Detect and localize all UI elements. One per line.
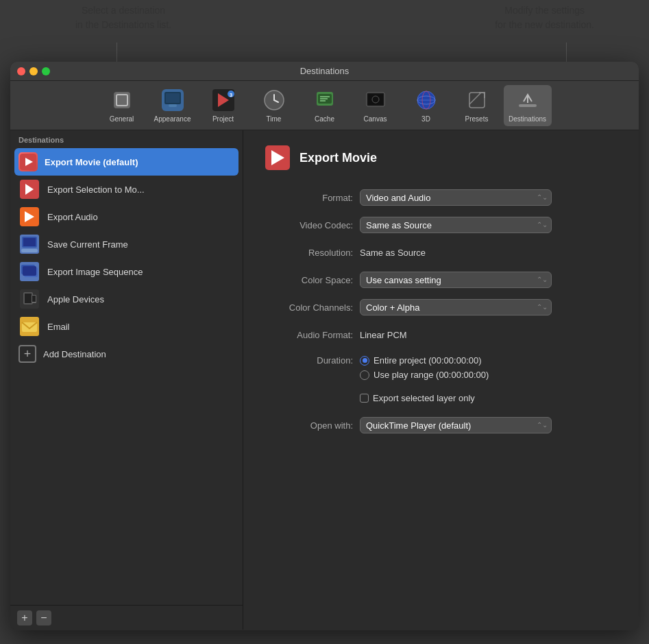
project-icon: 3 (211, 88, 236, 112)
toolbar: General Appearance 3 Project (10, 81, 639, 130)
video-codec-label: Video Codec: (264, 220, 360, 230)
sidebar-item-save-frame[interactable]: Save Current Frame (10, 230, 243, 258)
annotation-left-line1: Select a destination (82, 5, 165, 16)
form-row-video-codec: Video Codec: Same as Source (264, 215, 618, 235)
color-space-select[interactable]: Use canvas setting (360, 272, 552, 288)
export-audio-icon (19, 206, 40, 228)
annotation-line-right (566, 43, 567, 63)
color-channels-select[interactable]: Color + Alpha (360, 299, 552, 315)
toolbar-label-time: Time (267, 115, 282, 123)
annotation-line-left (117, 43, 117, 63)
sidebar-label-add-destination: Add Destination (43, 349, 106, 359)
svg-rect-37 (23, 238, 36, 246)
svg-rect-25 (469, 93, 485, 108)
resolution-label: Resolution: (264, 248, 360, 258)
svg-text:3: 3 (229, 92, 232, 98)
sidebar-label-email: Email (47, 322, 70, 332)
detail-icon (264, 144, 291, 171)
duration-option1-label: Entire project (00:00:00:00) (374, 355, 482, 366)
sidebar-header: Destinations (10, 130, 243, 148)
minimize-button[interactable] (29, 67, 38, 75)
sidebar-label-export-movie: Export Movie (default) (45, 157, 138, 167)
svg-rect-42 (23, 266, 36, 276)
remove-button[interactable]: − (36, 610, 51, 625)
toolbar-item-destinations[interactable]: Destinations (504, 85, 552, 126)
export-sequence-icon (19, 261, 40, 283)
toolbar-label-general: General (110, 115, 134, 123)
close-button[interactable] (17, 67, 25, 75)
sidebar-label-save-frame: Save Current Frame (47, 239, 128, 250)
add-button[interactable]: + (17, 610, 32, 625)
add-destination-icon: + (19, 345, 36, 363)
sidebar-item-export-movie[interactable]: Export Movie (default) (14, 148, 238, 176)
general-icon (110, 88, 134, 112)
color-space-select-wrapper: Use canvas setting (360, 272, 552, 288)
form-row-open-with: Open with: QuickTime Player (default) (264, 416, 618, 435)
sidebar-label-export-audio: Export Audio (47, 212, 98, 222)
window: Destinations General Appearance 3 (10, 62, 639, 630)
form-row-export-layer: Export selected layer only (264, 388, 618, 407)
annotation-left-line2: in the Destinations list. (75, 19, 171, 30)
sidebar-item-email[interactable]: Email (10, 313, 243, 340)
color-space-label: Color Space: (264, 275, 360, 285)
form-row-duration: Duration: Entire project (00:00:00:00) U… (264, 353, 618, 380)
sidebar-item-export-sequence[interactable]: Export Image Sequence (10, 258, 243, 285)
color-channels-select-wrapper: Color + Alpha (360, 299, 552, 315)
presets-icon (465, 88, 489, 112)
svg-rect-4 (166, 93, 180, 103)
export-layer-checkbox[interactable] (360, 394, 369, 403)
toolbar-label-project: Project (212, 115, 234, 123)
export-layer-checkbox-row[interactable]: Export selected layer only (360, 393, 475, 403)
duration-option1-radio[interactable] (360, 356, 369, 366)
window-title: Destinations (300, 66, 350, 76)
video-codec-select[interactable]: Same as Source (360, 217, 552, 233)
apple-devices-icon (19, 288, 40, 310)
audio-format-label: Audio Format: (264, 330, 360, 340)
form-row-color-channels: Color Channels: Color + Alpha (264, 298, 618, 317)
detail-title: Export Movie (299, 151, 377, 165)
open-with-select[interactable]: QuickTime Player (default) (360, 417, 552, 433)
toolbar-label-destinations: Destinations (509, 115, 546, 123)
format-select[interactable]: Video and Audio (360, 189, 552, 206)
export-movie-icon (19, 152, 38, 171)
detail-header: Export Movie (264, 144, 618, 171)
sidebar-item-apple-devices[interactable]: Apple Devices (10, 285, 243, 313)
svg-rect-47 (32, 296, 36, 302)
form-row-color-space: Color Space: Use canvas setting (264, 270, 618, 289)
svg-rect-45 (25, 294, 32, 303)
svg-rect-27 (519, 104, 537, 107)
toolbar-item-presets[interactable]: Presets (453, 85, 501, 126)
form-row-audio-format: Audio Format: Linear PCM (264, 325, 618, 344)
destinations-icon (515, 88, 540, 112)
duration-option2-row[interactable]: Use play range (00:00:00:00) (360, 370, 489, 380)
detail-panel: Export Movie Format: Video and Audio Vid… (243, 130, 639, 630)
resolution-value: Same as Source (360, 248, 426, 258)
toolbar-item-appearance[interactable]: Appearance (149, 85, 197, 126)
svg-rect-38 (21, 249, 38, 252)
toolbar-item-cache[interactable]: Cache (301, 85, 349, 126)
format-label: Format: (264, 193, 360, 203)
titlebar: Destinations (10, 62, 639, 81)
toolbar-item-3d[interactable]: 3D (402, 85, 450, 126)
toolbar-label-cache: Cache (315, 115, 334, 123)
toolbar-item-time[interactable]: Time (250, 85, 298, 126)
sidebar-item-export-selection[interactable]: Export Selection to Mo... (10, 176, 243, 203)
toolbar-label-3d: 3D (421, 115, 430, 123)
toolbar-item-general[interactable]: General (98, 85, 146, 126)
duration-option1-row[interactable]: Entire project (00:00:00:00) (360, 355, 489, 366)
toolbar-item-project[interactable]: 3 Project (199, 85, 247, 126)
format-select-wrapper: Video and Audio (360, 189, 552, 206)
sidebar-item-export-audio[interactable]: Export Audio (10, 203, 243, 230)
sidebar-item-add-destination[interactable]: + Add Destination (10, 340, 243, 368)
sidebar: Destinations Export Movie (default) (10, 130, 243, 630)
form-row-resolution: Resolution: Same as Source (264, 243, 618, 262)
sidebar-label-apple-devices: Apple Devices (47, 294, 104, 305)
toolbar-item-canvas[interactable]: Canvas (352, 85, 400, 126)
duration-option2-radio[interactable] (360, 370, 369, 380)
annotation-right-line1: Modify the settings (504, 5, 585, 16)
open-with-label: Open with: (264, 420, 360, 431)
export-layer-label: Export selected layer only (373, 393, 475, 403)
maximize-button[interactable] (42, 67, 50, 75)
canvas-icon (363, 88, 388, 112)
toolbar-label-canvas: Canvas (364, 115, 387, 123)
